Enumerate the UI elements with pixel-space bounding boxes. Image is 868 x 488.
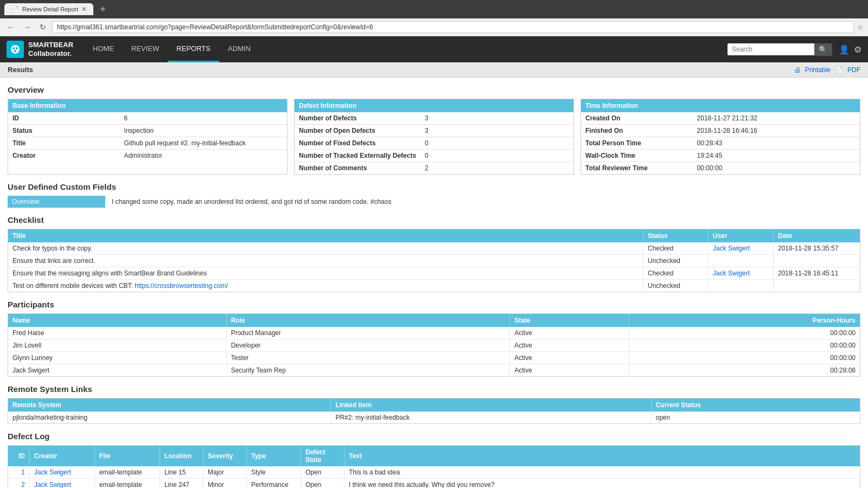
table-row: Creator Administrator xyxy=(8,150,287,162)
defect-col-severity: Severity xyxy=(203,446,247,467)
table-row: Number of Open Defects 3 xyxy=(295,125,573,137)
table-row: Finished On 2018-11-28 16:46:16 xyxy=(581,125,860,137)
results-bar: Results 🖨 Printable 📄 PDF xyxy=(0,62,868,78)
printable-link[interactable]: Printable xyxy=(805,66,831,74)
defect-2-creator: Jack Swigert xyxy=(30,479,95,489)
browser-chrome: 📄 Review Detail Report ✕ + xyxy=(0,0,868,18)
defect-col-text: Text xyxy=(344,446,860,467)
remote-system-1-name: pjlonda/marketing-training xyxy=(8,412,331,424)
open-defect-label: Number of Open Defects xyxy=(295,125,420,137)
reviewer-time-label: Total Reviewer Time xyxy=(581,162,693,175)
logo-icon xyxy=(7,41,24,58)
checklist-section-title: Checklist xyxy=(8,215,860,224)
user-icon[interactable]: 👤 xyxy=(839,44,850,55)
participants-table: Name Role State Person-Hours Fred Haise … xyxy=(8,313,860,377)
nav-search: 🔍 xyxy=(727,43,832,56)
checklist-col-title: Title xyxy=(8,229,643,243)
base-id-value: 6 xyxy=(120,112,287,125)
new-tab-button[interactable]: + xyxy=(98,4,108,15)
checklist-item-4-title: Test on different mobile devices with CB… xyxy=(8,280,643,292)
nav-admin[interactable]: ADMIN xyxy=(219,36,259,62)
svg-point-0 xyxy=(11,45,20,54)
forward-button[interactable]: → xyxy=(21,22,34,33)
wall-clock-value: 19:24:45 xyxy=(693,150,860,162)
app-navbar: SMARTBEAR Collaborator. HOME REVIEW REPO… xyxy=(0,36,868,62)
svg-point-3 xyxy=(14,50,16,52)
cbt-link[interactable]: https://crossbrowsertesting.com/ xyxy=(135,282,228,290)
checklist-item-1-user: Jack Swigert xyxy=(709,242,774,255)
participant-2-hours: 00:00:00 xyxy=(629,339,860,352)
tab-close-button[interactable]: ✕ xyxy=(81,5,87,13)
checklist-col-status: Status xyxy=(643,229,709,243)
participant-1-hours: 00:00:00 xyxy=(629,327,860,339)
defect-2-file: email-template xyxy=(95,479,160,489)
main-content: Overview Base Information ID 6 Status In… xyxy=(0,78,868,488)
star-icon[interactable]: ☆ xyxy=(857,23,864,31)
participants-col-role: Role xyxy=(226,314,509,328)
checklist-item-3-user: Jack Swigert xyxy=(709,267,774,280)
defect-1-type: Style xyxy=(247,466,301,479)
results-title: Results xyxy=(8,66,33,74)
logo-text: SMARTBEAR Collaborator. xyxy=(28,41,73,57)
table-row: Status Inspection xyxy=(8,125,287,137)
checklist-user-link[interactable]: Jack Swigert xyxy=(713,269,750,277)
table-row: Wall-Clock Time 19:24:45 xyxy=(581,150,860,162)
checklist-col-date: Date xyxy=(774,229,860,243)
settings-icon[interactable]: ⚙ xyxy=(854,44,861,55)
participants-section-title: Participants xyxy=(8,300,860,309)
defect-col-id: ID xyxy=(8,446,30,467)
table-row: Title Github pull request #2. my-initial… xyxy=(8,137,287,150)
refresh-button[interactable]: ↻ xyxy=(37,22,49,33)
table-row: Jim Lovell Developer Active 00:00:00 xyxy=(8,339,860,352)
defect-col-state: Defect State xyxy=(301,446,344,467)
remote-system-table: Remote System Linked Item Current Status… xyxy=(8,398,860,424)
search-input[interactable] xyxy=(727,43,814,55)
defect-2-text: I think we need this actually. Why did y… xyxy=(344,479,860,489)
table-row: ID 6 xyxy=(8,112,287,125)
printer-icon: 🖨 xyxy=(794,66,801,74)
custom-field-value: I changed some copy, made an unordered l… xyxy=(112,196,860,208)
nav-reports[interactable]: REPORTS xyxy=(168,36,219,62)
nav-home[interactable]: HOME xyxy=(84,36,123,62)
defect-creator-link[interactable]: Jack Swigert xyxy=(34,468,71,476)
svg-point-1 xyxy=(12,47,15,49)
search-button[interactable]: 🔍 xyxy=(814,43,832,56)
browser-tab[interactable]: 📄 Review Detail Report ✕ xyxy=(4,3,93,15)
checklist-item-3-title: Ensure that the messaging aligns with Sm… xyxy=(8,267,643,280)
tracked-defect-value: 0 xyxy=(420,150,573,162)
defect-id-link[interactable]: 1 xyxy=(21,468,25,476)
nav-review[interactable]: REVIEW xyxy=(123,36,168,62)
table-row: Number of Fixed Defects 0 xyxy=(295,137,573,150)
overview-section-title: Overview xyxy=(8,85,860,94)
info-tables: Base Information ID 6 Status Inspection … xyxy=(8,99,860,175)
pdf-link[interactable]: PDF xyxy=(847,66,860,74)
defect-creator-link[interactable]: Jack Swigert xyxy=(34,481,71,488)
table-row: Glynn Lunney Tester Active 00:00:00 xyxy=(8,352,860,364)
defect-id-link[interactable]: 2 xyxy=(21,481,25,488)
table-row: Number of Comments 2 xyxy=(295,162,573,175)
browser-nav: ← → ↻ ☆ xyxy=(0,18,868,36)
table-row: Total Person Time 00:28:43 xyxy=(581,137,860,150)
participants-col-state: State xyxy=(510,314,629,328)
base-status-label: Status xyxy=(8,125,120,137)
remote-system-1-status: open xyxy=(651,412,860,424)
remote-system-section-title: Remote System Links xyxy=(8,384,860,394)
participant-3-name: Glynn Lunney xyxy=(8,352,227,364)
defect-col-creator: Creator xyxy=(30,446,95,467)
participants-col-hours: Person-Hours xyxy=(629,314,860,328)
table-row: Jack Swigert Security Team Rep Active 00… xyxy=(8,364,860,377)
defect-1-location: Line 15 xyxy=(160,466,203,479)
fixed-defect-value: 0 xyxy=(420,137,573,150)
address-bar[interactable] xyxy=(52,21,854,33)
checklist-item-1-status: Checked xyxy=(643,242,709,255)
tab-title: Review Detail Report xyxy=(22,6,78,12)
participant-4-hours: 00:28:08 xyxy=(629,364,860,377)
base-creator-label: Creator xyxy=(8,150,120,162)
checklist-item-2-date xyxy=(774,255,860,267)
checklist-item-4-user xyxy=(709,280,774,292)
participant-3-role: Tester xyxy=(226,352,509,364)
back-button[interactable]: ← xyxy=(4,22,17,33)
checklist-user-link[interactable]: Jack Swigert xyxy=(713,245,750,252)
checklist-item-2-user xyxy=(709,255,774,267)
wall-clock-label: Wall-Clock Time xyxy=(581,150,693,162)
